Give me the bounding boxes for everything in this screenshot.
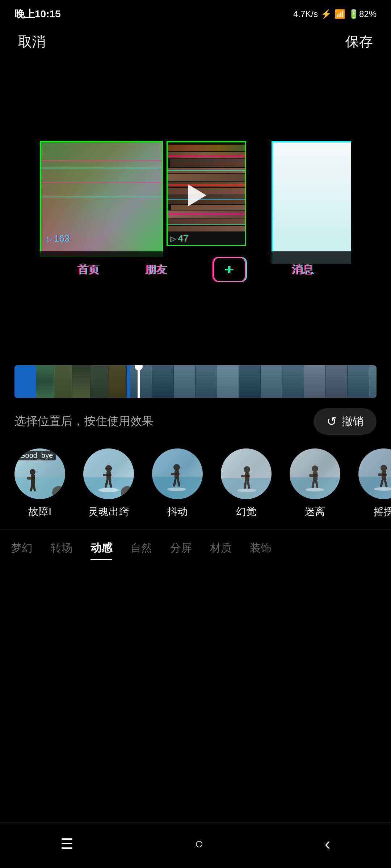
timeline-area <box>0 354 391 405</box>
effect-thumb-3 <box>152 448 203 499</box>
cat-tab-zhuangshi[interactable]: 装饰 <box>250 537 272 560</box>
glitch-badge-1: Good_bye <box>17 451 56 460</box>
svg-point-29 <box>312 465 318 472</box>
effect-label-6: 摇摆 <box>374 505 391 519</box>
cat-tab-ziran[interactable]: 自然 <box>130 537 152 560</box>
svg-rect-38 <box>378 473 387 476</box>
timeline-playhead <box>138 365 140 398</box>
effect-item-6[interactable]: 摇摆 <box>358 448 391 519</box>
svg-point-36 <box>381 465 387 471</box>
status-bar: 晚上10:15 4.7K/s ⚡ 📶 🔋82% <box>0 0 391 25</box>
ui-tab-messages: 消息 <box>292 262 314 277</box>
svg-point-34 <box>306 488 324 492</box>
nav-menu-icon[interactable]: ☰ <box>60 835 73 852</box>
effect-item-3[interactable]: 抖动 <box>152 448 203 519</box>
timeline-left-segment <box>14 365 130 398</box>
svg-point-2 <box>30 469 35 475</box>
timeline-right-segment <box>130 365 377 398</box>
undo-button[interactable]: ↺ 撤销 <box>314 408 377 435</box>
action-bar: 取消 保存 <box>0 25 391 58</box>
video-ui-bar: 首页 朋友 + 消息 <box>40 251 351 288</box>
category-tabs: 梦幻 转场 动感 自然 分屏 材质 装饰 <box>0 529 391 567</box>
view-count-1: ▷163 <box>47 233 70 244</box>
cat-tab-zhuanchang[interactable]: 转场 <box>51 537 72 560</box>
nav-home-icon[interactable]: ○ <box>195 835 203 852</box>
video-right-panel <box>272 141 351 264</box>
effect-label-5: 迷离 <box>305 505 325 519</box>
svg-rect-17 <box>171 473 180 475</box>
play-triangle-icon <box>188 184 206 206</box>
svg-rect-31 <box>309 474 318 477</box>
check-badge-1: ✓ <box>52 486 65 499</box>
instruction-text: 选择位置后，按住使用效果 <box>14 413 154 429</box>
plus-icon: + <box>225 261 234 278</box>
ui-tab-friends: 朋友 <box>145 262 167 277</box>
cat-tab-caizhi[interactable]: 材质 <box>210 537 232 560</box>
svg-rect-10 <box>103 474 112 476</box>
svg-point-8 <box>105 465 112 472</box>
cat-tab-fenping[interactable]: 分屏 <box>170 537 192 560</box>
timeline-strip[interactable] <box>14 365 377 398</box>
play-button[interactable] <box>177 177 214 213</box>
effect-label-4: 幻觉 <box>236 505 256 519</box>
status-right: 4.7K/s ⚡ 📶 🔋82% <box>293 9 377 19</box>
nav-back-icon[interactable]: ‹ <box>325 834 331 854</box>
effect-thumb-2: ✓ <box>83 448 134 499</box>
effects-row: Good_bye ✓ 故障Ⅰ ✓ 灵魂出窍 <box>0 438 391 526</box>
ui-tab-center: + <box>213 257 246 282</box>
effect-item-5[interactable]: 迷离 <box>290 448 340 519</box>
cat-tab-dongan[interactable]: 动感 <box>91 537 112 560</box>
effect-item-1[interactable]: Good_bye ✓ 故障Ⅰ <box>14 448 65 519</box>
svg-point-22 <box>244 466 250 473</box>
undo-icon: ↺ <box>327 414 337 429</box>
bottom-nav: ☰ ○ ‹ <box>0 822 391 868</box>
ui-tab-home: 首页 <box>77 262 99 277</box>
effect-thumb-1: Good_bye ✓ <box>14 448 65 499</box>
timeline-frames <box>130 365 377 398</box>
check-badge-2: ✓ <box>121 486 134 499</box>
view-count-2: ▷47 <box>170 233 188 244</box>
cat-tab-menghu[interactable]: 梦幻 <box>11 537 33 560</box>
network-speed: 4.7K/s <box>293 9 318 19</box>
instruction-bar: 选择位置后，按住使用效果 ↺ 撤销 <box>0 405 391 438</box>
effect-item-4[interactable]: 幻觉 <box>221 448 272 519</box>
undo-label: 撤销 <box>342 414 363 429</box>
svg-rect-4 <box>27 477 35 480</box>
svg-rect-24 <box>241 475 250 477</box>
status-time: 晚上10:15 <box>14 7 61 21</box>
save-button[interactable]: 保存 <box>345 33 373 51</box>
video-content: ▷163 ▷47 首页 朋友 + 消息 <box>40 58 351 354</box>
svg-point-15 <box>173 464 180 471</box>
effect-label-3: 抖动 <box>167 505 188 519</box>
svg-point-13 <box>98 488 119 492</box>
svg-point-27 <box>237 489 256 492</box>
bluetooth-icon: ⚡ <box>321 9 332 19</box>
effect-thumb-6 <box>358 448 391 499</box>
effect-item-2[interactable]: ✓ 灵魂出窍 <box>83 448 134 519</box>
effect-label-1: 故障Ⅰ <box>28 505 51 519</box>
svg-point-20 <box>167 488 186 491</box>
battery-icon: 🔋82% <box>348 9 377 19</box>
effect-thumb-5 <box>290 448 340 499</box>
cancel-button[interactable]: 取消 <box>18 33 46 51</box>
signal-icon: 📶 <box>335 9 345 19</box>
video-preview: ▷163 ▷47 首页 朋友 + 消息 <box>40 58 351 354</box>
effect-thumb-4 <box>221 448 272 499</box>
effect-label-2: 灵魂出窍 <box>88 505 129 519</box>
